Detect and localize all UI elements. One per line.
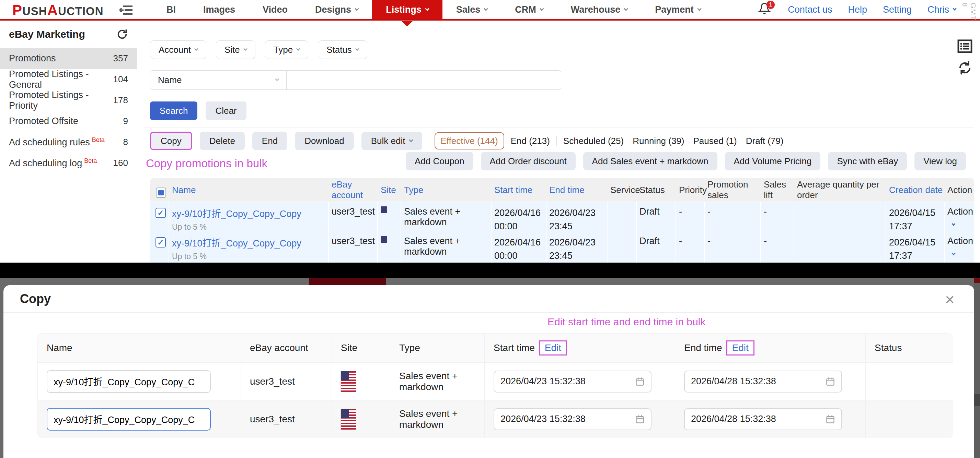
sidebar-title: eBay Marketing bbox=[9, 29, 85, 40]
app-logo[interactable]: PUSHAUCTION bbox=[12, 2, 103, 19]
cell-account: user3_test bbox=[329, 232, 378, 263]
bulk-edit-dropdown[interactable]: Bulk edit bbox=[361, 132, 422, 150]
table-settings-icon[interactable] bbox=[957, 40, 972, 53]
calendar-icon bbox=[826, 414, 835, 424]
nav-item-images[interactable]: Images bbox=[189, 0, 249, 19]
delete-button[interactable]: Delete bbox=[200, 132, 245, 150]
item-count: 8 bbox=[123, 137, 128, 147]
col-site[interactable]: Site bbox=[378, 178, 401, 201]
tab-draft[interactable]: Draft (79) bbox=[746, 136, 784, 146]
edit-end-time-button[interactable]: Edit bbox=[726, 341, 754, 355]
add-actions-toolbar: Add Coupon Add Order discount Add Sales … bbox=[406, 152, 966, 170]
nav-item-designs[interactable]: Designs bbox=[301, 0, 372, 19]
add-volume-pricing-button[interactable]: Add Volume Pricing bbox=[725, 152, 821, 170]
mcol-end-time: End time bbox=[684, 342, 722, 353]
add-order-discount-button[interactable]: Add Order discount bbox=[481, 152, 576, 170]
col-status: Status bbox=[637, 178, 676, 201]
promotion-name-link[interactable]: xy-9/10打折_Copy_Copy_Copy bbox=[172, 238, 301, 249]
help-link[interactable]: Help bbox=[848, 5, 867, 15]
sync-with-ebay-button[interactable]: Sync with eBay bbox=[828, 152, 907, 170]
site-filter-dropdown[interactable]: Site bbox=[216, 40, 255, 59]
row-action-dropdown[interactable]: Action bbox=[945, 232, 974, 263]
type-filter-dropdown[interactable]: Type bbox=[265, 40, 308, 59]
tab-effective[interactable]: Effective (144) bbox=[434, 132, 504, 149]
sidebar-item-promoted-offsite[interactable]: Promoted Offsite9 bbox=[0, 111, 137, 132]
sidebar-item-promotions[interactable]: Promotions357 bbox=[0, 48, 137, 69]
cell-sales-lift: - bbox=[761, 232, 794, 263]
collapse-sidebar-icon[interactable] bbox=[119, 5, 133, 16]
filter-bar: Account Site Type Status bbox=[150, 40, 367, 59]
tab-paused[interactable]: Paused (1) bbox=[694, 136, 737, 146]
contact-us-link[interactable]: Contact us bbox=[788, 5, 832, 15]
copy-name-input[interactable] bbox=[47, 370, 211, 393]
logo-text: P bbox=[12, 2, 22, 18]
search-button[interactable]: Search bbox=[150, 101, 197, 120]
end-time-input[interactable]: 2026/04/28 15:32:38 bbox=[684, 408, 842, 430]
cell-service bbox=[608, 232, 637, 263]
col-end-time[interactable]: End time bbox=[546, 178, 608, 201]
sidebar-item-ad-scheduling-rules[interactable]: Ad scheduling rulesBeta 8 bbox=[0, 132, 137, 152]
nav-item-payment[interactable]: Payment bbox=[641, 0, 715, 19]
tab-scheduled[interactable]: Scheduled (25) bbox=[563, 136, 624, 146]
modal-row: user3_test Sales event + markdown 2026/0… bbox=[38, 362, 953, 400]
col-type[interactable]: Type bbox=[401, 178, 492, 201]
nav-item-crm[interactable]: CRM bbox=[501, 0, 557, 19]
edit-start-time-button[interactable]: Edit bbox=[539, 341, 567, 355]
start-time-input[interactable]: 2026/04/23 15:32:38 bbox=[493, 408, 652, 430]
download-button[interactable]: Download bbox=[295, 132, 354, 150]
status-filter-dropdown[interactable]: Status bbox=[318, 40, 367, 59]
nav-item-bi[interactable]: BI bbox=[153, 0, 189, 19]
col-name[interactable]: Name bbox=[169, 178, 329, 201]
start-time-input[interactable]: 2026/04/23 15:32:38 bbox=[493, 371, 652, 393]
beta-badge: Beta bbox=[84, 157, 97, 164]
nav-item-listings[interactable]: Listings bbox=[372, 0, 442, 19]
user-menu[interactable]: Chris bbox=[928, 5, 956, 15]
col-ebay-account[interactable]: eBay account bbox=[329, 178, 378, 201]
col-start-time[interactable]: Start time bbox=[492, 178, 546, 201]
mcell-account: user3_test bbox=[240, 362, 332, 400]
item-count: 357 bbox=[113, 53, 128, 64]
refresh-icon[interactable] bbox=[116, 29, 128, 40]
mcol-type: Type bbox=[390, 334, 484, 362]
nav-item-video[interactable]: Video bbox=[249, 0, 301, 19]
calendar-icon bbox=[635, 377, 644, 386]
row-checkbox[interactable]: ✓ bbox=[156, 208, 166, 218]
account-filter-dropdown[interactable]: Account bbox=[150, 40, 206, 59]
row-checkbox[interactable]: ✓ bbox=[156, 237, 166, 247]
end-time-input[interactable]: 2026/04/28 15:32:38 bbox=[684, 371, 842, 393]
copy-modal: Copy ✕ Edit start time and end time in b… bbox=[3, 285, 974, 458]
nav-item-warehouse[interactable]: Warehouse bbox=[557, 0, 641, 19]
select-all-checkbox[interactable] bbox=[156, 187, 166, 198]
promotion-name-link[interactable]: xy-9/10打折_Copy_Copy_Copy bbox=[172, 209, 301, 219]
dimmed-page-edge bbox=[0, 287, 3, 458]
clear-button[interactable]: Clear bbox=[205, 101, 246, 120]
table-row: ✓ xy-9/10打折_Copy_Copy_CopyUp to 5 % user… bbox=[150, 202, 974, 231]
sidebar-item-promoted-listings-general[interactable]: Promoted Listings - General104 bbox=[0, 69, 137, 90]
calendar-icon bbox=[635, 414, 644, 424]
notifications-bell-icon[interactable]: 1 bbox=[758, 2, 772, 17]
copy-button[interactable]: Copy bbox=[150, 132, 192, 150]
add-coupon-button[interactable]: Add Coupon bbox=[406, 152, 473, 170]
view-log-button[interactable]: View log bbox=[915, 152, 966, 170]
nav-item-sales[interactable]: Sales bbox=[442, 0, 501, 19]
setting-link[interactable]: Setting bbox=[883, 5, 912, 15]
mcol-name: Name bbox=[38, 334, 240, 362]
promotions-table: Name eBay account Site Type Start time E… bbox=[150, 178, 974, 263]
dimmed-page-edge bbox=[974, 278, 980, 458]
copy-name-input[interactable] bbox=[47, 408, 211, 431]
chevron-down-icon bbox=[697, 6, 702, 11]
item-count: 104 bbox=[113, 74, 128, 85]
tab-running[interactable]: Running (39) bbox=[633, 136, 684, 146]
search-field-selector[interactable]: Name bbox=[150, 70, 286, 90]
sidebar-item-promoted-listings-priority[interactable]: Promoted Listings - Priority178 bbox=[0, 90, 137, 111]
add-sales-event-markdown-button[interactable]: Add Sales event + markdown bbox=[583, 152, 718, 170]
col-creation-date[interactable]: Creation date bbox=[886, 178, 945, 201]
nav-right-group: 1 Contact us Help Setting Chris bbox=[758, 0, 956, 19]
tab-end[interactable]: End (213) bbox=[511, 136, 550, 146]
close-icon[interactable]: ✕ bbox=[945, 293, 955, 307]
sidebar-item-ad-scheduling-log[interactable]: Ad scheduling logBeta 160 bbox=[0, 152, 137, 173]
end-button[interactable]: End bbox=[252, 132, 287, 150]
search-input[interactable] bbox=[286, 70, 561, 90]
chevron-down-icon bbox=[275, 77, 279, 81]
sync-icon[interactable] bbox=[958, 61, 972, 75]
